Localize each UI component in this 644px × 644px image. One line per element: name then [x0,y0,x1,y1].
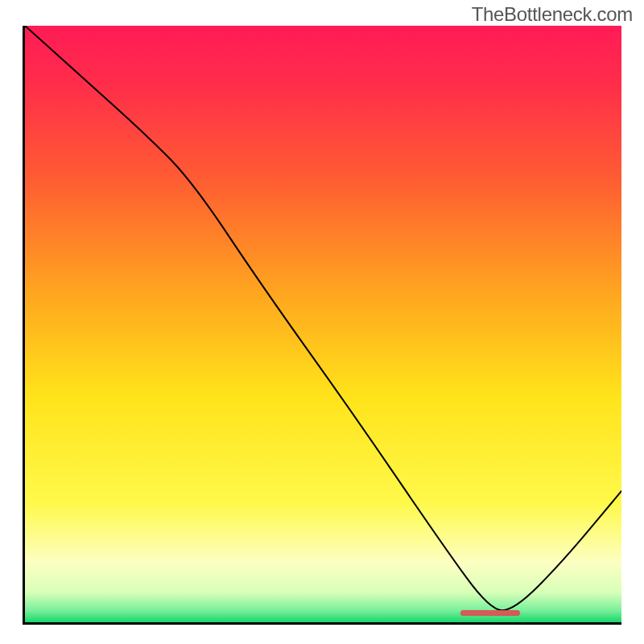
plot-frame [23,26,621,625]
watermark-text: TheBottleneck.com [472,3,633,26]
gradient-background [25,26,621,622]
plot-area [25,26,621,622]
optimal-marker [460,610,520,616]
plot-svg [25,26,621,622]
chart-container: TheBottleneck.com [0,0,644,644]
